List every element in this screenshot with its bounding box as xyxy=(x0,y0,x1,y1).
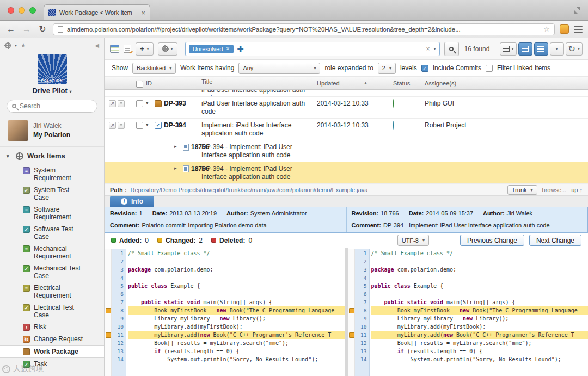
sidebar-item-label: Software Requirement xyxy=(34,206,86,221)
revision-row[interactable]: ▸18766DP-394 - Implement: iPad User Inte… xyxy=(105,162,588,184)
role-select[interactable]: Any▾ xyxy=(238,63,320,74)
chevron-down-icon[interactable]: ▾ xyxy=(15,43,17,48)
role-expanded-label: role expanded to xyxy=(324,64,373,72)
browser-menu-icon[interactable] xyxy=(574,26,583,33)
column-header-id[interactable]: ID xyxy=(146,80,201,87)
next-change-button[interactable]: Next Change xyxy=(529,235,581,246)
task-icon: ✓ xyxy=(23,361,30,368)
refresh-button[interactable]: ↻▾ xyxy=(566,42,583,56)
right-date-value: 2014-05-09 15:37 xyxy=(426,210,473,217)
sidebar-item-software-requirement[interactable]: ≡Software Requirement xyxy=(0,204,104,223)
sidebar-item-mechanical-requirement[interactable]: ≡Mechanical Requirement xyxy=(0,243,104,262)
code-line: public class Example { xyxy=(128,282,345,290)
sidebar-item-task[interactable]: ✓Task xyxy=(0,358,104,370)
table-view-icon[interactable] xyxy=(110,45,119,53)
right-author-value: Jiri Walek xyxy=(507,210,532,217)
up-link[interactable]: up ↑ xyxy=(571,187,583,193)
diff-left-pane[interactable]: 1234567891011121314 /* Small Example cla… xyxy=(105,248,345,376)
revision-row[interactable]: ▸18756DP-394 - Implement: iPad User Inte… xyxy=(105,140,588,162)
query-chip-label: Unresolved xyxy=(193,46,223,52)
workpackage-icon xyxy=(23,348,30,355)
window-zoom-button[interactable] xyxy=(29,7,36,14)
assignee-value xyxy=(425,162,588,183)
back-button[interactable]: ← xyxy=(5,24,16,34)
user-panel[interactable]: Jiri Walek My Polarion xyxy=(0,118,104,146)
collapse-row-icon[interactable]: ▾ xyxy=(146,100,152,106)
remove-filter-icon[interactable]: × xyxy=(226,46,229,52)
tree-view-button[interactable] xyxy=(534,42,548,56)
sidebar-item-system-requirement[interactable]: ≡System Requirement xyxy=(0,164,104,184)
bookmark-star-icon[interactable]: ☆ xyxy=(543,25,550,33)
sidebar-item-software-test-case[interactable]: ✓Software Test Case xyxy=(0,223,104,243)
add-button[interactable]: +▾ xyxy=(136,42,154,56)
browser-tab[interactable]: Work Package < Work Item × xyxy=(44,4,150,20)
sidebar-item-work-package[interactable]: Work Package xyxy=(0,345,104,358)
sidebar-item-electrical-requirement[interactable]: ≡Electrical Requirement xyxy=(0,282,104,301)
sidebar-item-change-request[interactable]: ↻Change Request xyxy=(0,333,104,345)
column-header-status[interactable]: Status xyxy=(393,80,425,87)
clear-query-icon[interactable]: × xyxy=(426,45,430,53)
forward-button[interactable]: → xyxy=(21,24,32,34)
collapse-sidebar-icon[interactable]: ◀ xyxy=(95,42,99,48)
favorites-star-icon[interactable]: ★ xyxy=(21,42,26,49)
settings-button[interactable]: ▾ xyxy=(158,42,177,56)
column-header-title[interactable]: Title xyxy=(201,78,317,88)
expand-row-icon[interactable]: ▸ xyxy=(174,165,181,171)
branch-select[interactable]: Trunk▾ xyxy=(507,185,537,195)
add-query-icon[interactable]: ✚ xyxy=(237,45,244,53)
gear-icon[interactable] xyxy=(5,42,11,48)
collapse-row-icon[interactable]: ▾ xyxy=(146,121,152,127)
document-edit-icon[interactable] xyxy=(124,45,131,53)
updated-value: 2014-03-12 10:33 xyxy=(317,119,393,140)
tree-expanded-icon[interactable]: ▾ xyxy=(7,153,12,159)
code-line: Book[] results = myLibrary.search("mme")… xyxy=(128,339,345,347)
previous-change-button[interactable]: Previous Change xyxy=(460,235,524,246)
column-header-updated[interactable]: Updated▲ xyxy=(317,80,393,87)
table-view-button[interactable] xyxy=(518,42,532,56)
sidebar-item-mechanical-test-case[interactable]: ✓Mechanical Test Case xyxy=(0,262,104,282)
row-checkbox[interactable] xyxy=(136,122,143,129)
sidebar-search xyxy=(7,100,97,113)
run-query-button[interactable] xyxy=(444,42,459,56)
column-options-button[interactable]: ▾ xyxy=(500,42,517,56)
expand-row-icon[interactable]: ▸ xyxy=(174,143,181,149)
extension-icon[interactable] xyxy=(560,24,569,34)
sidebar-item-system-test-case[interactable]: ✓System Test Case xyxy=(0,184,104,204)
open-item-icon[interactable]: ↗ xyxy=(109,100,116,107)
column-header-assignee[interactable]: Assignee(s) xyxy=(425,80,588,87)
include-commits-checkbox[interactable] xyxy=(421,65,428,72)
workitem-row[interactable]: ↗≡▾DP-393iPad User Interface application… xyxy=(105,97,588,119)
depth-select[interactable]: 2▾ xyxy=(378,63,396,74)
window-minimize-button[interactable] xyxy=(19,7,25,14)
window-close-button[interactable] xyxy=(8,7,14,14)
tab-info[interactable]: i Info xyxy=(110,196,154,207)
my-polarion-link[interactable]: My Polarion xyxy=(33,131,70,139)
work-items-section[interactable]: ▾ Work Items xyxy=(0,150,104,164)
row-checkbox[interactable] xyxy=(136,100,143,107)
query-chip[interactable]: Unresolved× xyxy=(189,45,234,53)
workitem-title: DP-394 - Implement: iPad User Interface … xyxy=(201,140,317,162)
view-dropdown-button[interactable]: ▾ xyxy=(550,42,564,56)
url-bar[interactable]: almdemo.polarion.com/polarion/#/project/… xyxy=(53,23,555,35)
sidebar-item-risk[interactable]: !Risk xyxy=(0,321,104,333)
encoding-select[interactable]: UTF-8▾ xyxy=(397,235,429,246)
workitem-row[interactable]: ↗≡▾✓DP-394Implement: iPad User Interface… xyxy=(105,119,588,140)
fullscreen-icon[interactable] xyxy=(574,7,580,14)
reload-button[interactable]: ↻ xyxy=(37,24,48,34)
backlinked-select[interactable]: Backlinked▾ xyxy=(132,63,176,74)
breadcrumb[interactable]: Repository/Demo Projects/drivepilot/trun… xyxy=(131,187,368,193)
browse-link[interactable]: browse... xyxy=(542,187,567,193)
item-properties-icon[interactable]: ≡ xyxy=(118,122,125,129)
testcase-icon: ✓ xyxy=(23,226,30,233)
open-item-icon[interactable]: ↗ xyxy=(109,122,116,129)
filter-linked-items-checkbox[interactable] xyxy=(486,65,493,72)
search-input[interactable] xyxy=(20,102,92,110)
sidebar-item-electrical-test-case[interactable]: ✓Electrical Test Case xyxy=(0,301,104,321)
project-selector[interactable]: Drive Pilot ▾ xyxy=(0,87,104,95)
item-properties-icon[interactable]: ≡ xyxy=(118,100,125,107)
tab-close-icon[interactable]: × xyxy=(141,9,145,16)
query-field[interactable]: Unresolved× ✚ × ▾ xyxy=(185,42,440,56)
query-dropdown-icon[interactable]: ▾ xyxy=(434,46,436,51)
diff-right-pane[interactable]: 1234567891011121314 /* Small Example cla… xyxy=(348,248,588,376)
select-all-checkbox[interactable] xyxy=(136,81,143,88)
